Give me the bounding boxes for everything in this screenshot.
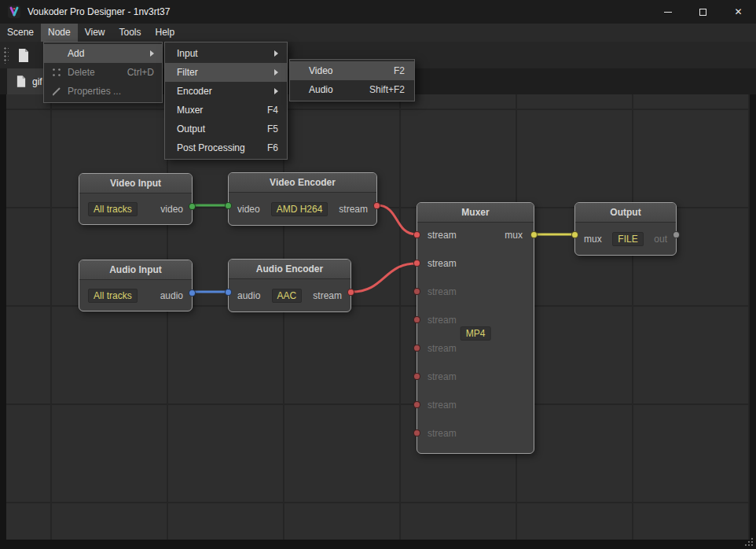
audio-input-out-label: audio	[160, 290, 183, 301]
menu-item-post-processing[interactable]: Post Processing F6	[165, 138, 287, 157]
muxer-stream-label-7: stream	[428, 400, 457, 411]
node-output[interactable]: Output mux FILE out	[574, 202, 677, 256]
menu-item-add[interactable]: Add	[44, 44, 162, 63]
menu-item-audio-filter[interactable]: Audio Shift+F2	[290, 80, 414, 99]
muxer-output-port[interactable]	[530, 231, 538, 238]
node-audio-encoder-title[interactable]: Audio Encoder	[229, 260, 350, 279]
menu-item-video-filter[interactable]: Video F2	[290, 61, 414, 80]
output-input-port[interactable]	[571, 231, 578, 238]
audio-encoder-input-port[interactable]	[225, 289, 232, 296]
title-bar: Voukoder Pro Designer - 1nv3rt37 ✕	[0, 0, 756, 24]
submenu-arrow-icon	[274, 69, 278, 76]
menu-view[interactable]: View	[78, 24, 112, 42]
muxer-stream-label-1: stream	[428, 230, 457, 241]
window-title: Voukoder Pro Designer - 1nv3rt37	[28, 6, 170, 17]
menu-help[interactable]: Help	[149, 24, 182, 42]
properties-pencil-icon	[51, 86, 62, 97]
resize-grip[interactable]	[751, 544, 753, 546]
muxer-stream-port-2[interactable]	[413, 260, 420, 267]
node-video-encoder[interactable]: Video Encoder video AMD H264 stream	[228, 172, 377, 226]
muxer-stream-port-3[interactable]	[413, 288, 420, 295]
app-logo-icon	[8, 6, 20, 18]
video-encoder-output-port[interactable]	[373, 202, 380, 209]
toolbar-drag-handle[interactable]	[3, 46, 9, 64]
filter-submenu: Video F2 Audio Shift+F2	[289, 59, 415, 101]
muxer-stream-label-8: stream	[428, 428, 457, 439]
menu-item-delete[interactable]: Delete Ctrl+D	[44, 63, 162, 82]
muxer-stream-port-1[interactable]	[413, 231, 420, 238]
muxer-stream-label-6: stream	[428, 371, 457, 382]
wire-audio-stream	[351, 263, 417, 292]
close-icon: ✕	[734, 6, 742, 17]
audio-encoder-out-label: stream	[313, 290, 342, 301]
output-output-port[interactable]	[673, 231, 680, 238]
video-encoder-input-port[interactable]	[225, 202, 232, 209]
wires-layer	[6, 94, 750, 540]
submenu-arrow-icon	[274, 50, 278, 57]
node-output-title[interactable]: Output	[575, 203, 676, 223]
muxer-stream-port-7[interactable]	[413, 401, 420, 408]
delete-icon	[51, 67, 62, 78]
submenu-arrow-icon	[274, 88, 278, 94]
document-icon	[17, 76, 26, 87]
video-input-output-port[interactable]	[189, 203, 196, 210]
video-input-out-label: video	[160, 204, 183, 215]
maximize-button[interactable]	[685, 0, 721, 24]
wire-video-stream	[377, 205, 417, 234]
node-muxer[interactable]: Muxer stream stream stream stream stream…	[417, 202, 534, 454]
node-video-input-title[interactable]: Video Input	[79, 174, 192, 193]
node-dropdown-menu: Add Delete Ctrl+D Properties ...	[43, 42, 163, 103]
node-audio-input[interactable]: Audio Input All tracks audio	[79, 260, 193, 311]
new-scene-document-icon[interactable]	[18, 49, 29, 62]
menu-item-input[interactable]: Input	[165, 44, 287, 63]
menu-item-output[interactable]: Output F5	[165, 120, 287, 138]
node-canvas[interactable]: Video Input All tracks video Video Encod…	[6, 94, 750, 540]
menu-scene[interactable]: Scene	[0, 24, 41, 42]
output-out-label: out	[654, 234, 667, 245]
menu-node[interactable]: Node	[41, 24, 78, 42]
video-encoder-out-label: stream	[339, 204, 368, 215]
node-audio-input-title[interactable]: Audio Input	[79, 260, 192, 280]
muxer-stream-port-5[interactable]	[413, 345, 420, 352]
menu-item-properties[interactable]: Properties ...	[44, 82, 162, 101]
video-input-tracks-value[interactable]: All tracks	[88, 202, 138, 216]
menu-bar: Scene Node View Tools Help	[0, 24, 756, 42]
close-button[interactable]: ✕	[721, 0, 756, 24]
window-controls: ✕	[650, 0, 756, 24]
video-encoder-codec-value[interactable]: AMD H264	[271, 202, 328, 216]
audio-encoder-output-port[interactable]	[347, 289, 354, 296]
video-encoder-in-label: video	[237, 204, 260, 215]
muxer-stream-label-4: stream	[428, 315, 457, 326]
submenu-arrow-icon	[150, 50, 154, 57]
menu-tools[interactable]: Tools	[112, 24, 149, 42]
muxer-format-value[interactable]: MP4	[461, 326, 491, 341]
menu-item-muxer[interactable]: Muxer F4	[165, 101, 287, 120]
audio-input-output-port[interactable]	[189, 289, 196, 297]
output-file-value[interactable]: FILE	[612, 232, 643, 246]
node-audio-encoder[interactable]: Audio Encoder audio AAC stream	[228, 259, 351, 312]
muxer-stream-port-8[interactable]	[413, 429, 420, 437]
output-in-label: mux	[584, 234, 602, 245]
muxer-stream-label-5: stream	[428, 343, 457, 354]
muxer-stream-label-2: stream	[428, 258, 457, 269]
muxer-stream-label-3: stream	[428, 286, 457, 297]
audio-encoder-in-label: audio	[237, 290, 260, 301]
audio-encoder-codec-value[interactable]: AAC	[272, 289, 303, 303]
tab-label: gif	[32, 76, 42, 87]
node-muxer-title[interactable]: Muxer	[417, 203, 534, 223]
minimize-icon	[664, 12, 672, 13]
menu-item-encoder[interactable]: Encoder	[165, 82, 287, 101]
maximize-icon	[699, 9, 706, 16]
muxer-stream-port-4[interactable]	[413, 316, 420, 323]
minimize-button[interactable]	[650, 0, 685, 24]
muxer-out-label: mux	[505, 230, 523, 241]
node-video-encoder-title[interactable]: Video Encoder	[229, 173, 376, 193]
audio-input-tracks-value[interactable]: All tracks	[88, 289, 138, 303]
node-video-input[interactable]: Video Input All tracks video	[79, 173, 193, 225]
muxer-stream-port-6[interactable]	[413, 373, 420, 380]
menu-item-filter[interactable]: Filter	[165, 63, 287, 82]
add-submenu: Input Filter Encoder Muxer F4 Output F5 …	[164, 42, 288, 160]
